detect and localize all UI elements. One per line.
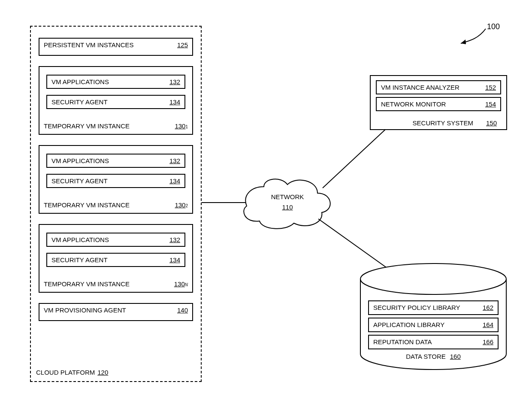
persistent-ref: 125 [177,41,188,48]
policy-ref: 162 [483,304,493,311]
cloud-platform-label: CLOUD PLATFORM [36,369,95,376]
temp-vm-instance-1: VM APPLICATIONS 132 SECURITY AGENT 134 T… [39,66,193,135]
tempn-apps-ref: 132 [169,236,180,243]
network-monitor-box: NETWORK MONITOR 154 [376,97,501,111]
network-label: NETWORK [238,193,337,200]
temp1-label: TEMPORARY VM INSTANCE [44,122,130,130]
policy-label: SECURITY POLICY LIBRARY [373,304,460,311]
network-cloud-icon [238,170,337,234]
security-system-ref: 150 [486,119,497,127]
tempn-apps-box: VM APPLICATIONS 132 [46,233,185,247]
reputation-data-box: REPUTATION DATA 166 [368,335,499,349]
temp2-apps-box: VM APPLICATIONS 132 [46,154,185,168]
security-system-box: VM INSTANCE ANALYZER 152 NETWORK MONITOR… [370,75,507,130]
temp1-ref: 1301 [175,122,188,130]
tempn-agent-box: SECURITY AGENT 134 [46,253,185,267]
temp2-agent-box: SECURITY AGENT 134 [46,174,185,188]
analyzer-ref: 152 [485,84,496,91]
tempn-apps-label: VM APPLICATIONS [51,236,109,243]
analyzer-label: VM INSTANCE ANALYZER [381,84,459,91]
svg-point-4 [360,264,506,294]
temp2-apps-ref: 132 [169,157,180,164]
vm-provisioning-agent-box: VM PROVISIONING AGENT 140 [39,303,193,321]
temp2-apps-label: VM APPLICATIONS [51,157,109,164]
reputation-ref: 166 [483,338,493,345]
temp1-agent-ref: 134 [169,98,180,106]
temp1-apps-ref: 132 [169,78,180,85]
temp-vm-instance-n: VM APPLICATIONS 132 SECURITY AGENT 134 T… [39,224,193,293]
provisioning-label: VM PROVISIONING AGENT [44,306,126,314]
security-system-label: SECURITY SYSTEM [413,119,473,127]
data-store-contents: SECURITY POLICY LIBRARY 162 APPLICATION … [368,300,499,363]
temp-vm-instance-2: VM APPLICATIONS 132 SECURITY AGENT 134 T… [39,145,193,214]
provisioning-ref: 140 [177,306,188,314]
application-library-box: APPLICATION LIBRARY 164 [368,318,499,332]
vm-instance-analyzer-box: VM INSTANCE ANALYZER 152 [376,80,501,94]
temp2-agent-ref: 134 [169,177,180,185]
cloud-platform-ref: 120 [97,369,108,376]
monitor-label: NETWORK MONITOR [381,100,446,108]
data-store-ref: 160 [450,353,461,360]
figure-ref: 100 [487,22,500,31]
cloud-platform-container: PERSISTENT VM INSTANCES 125 VM APPLICATI… [30,26,202,382]
temp1-apps-label: VM APPLICATIONS [51,78,109,85]
security-policy-library-box: SECURITY POLICY LIBRARY 162 [368,300,499,315]
temp2-ref: 1302 [175,201,188,209]
temp2-agent-label: SECURITY AGENT [51,177,108,185]
data-store-label: DATA STORE [406,353,446,360]
temp1-apps-box: VM APPLICATIONS 132 [46,75,185,89]
temp1-agent-label: SECURITY AGENT [51,98,108,106]
tempn-agent-label: SECURITY AGENT [51,256,108,264]
persistent-label: PERSISTENT VM INSTANCES [44,41,133,48]
tempn-label: TEMPORARY VM INSTANCE [44,280,130,288]
temp2-label: TEMPORARY VM INSTANCE [44,201,130,209]
app-lib-label: APPLICATION LIBRARY [373,321,444,328]
tempn-agent-ref: 134 [169,256,180,264]
persistent-vm-instances-box: PERSISTENT VM INSTANCES 125 [39,38,193,56]
monitor-ref: 154 [485,100,496,108]
network-ref: 110 [238,203,337,211]
app-lib-ref: 164 [483,321,493,328]
tempn-ref: 130N [174,280,188,288]
reputation-label: REPUTATION DATA [373,338,432,345]
temp1-agent-box: SECURITY AGENT 134 [46,95,185,109]
